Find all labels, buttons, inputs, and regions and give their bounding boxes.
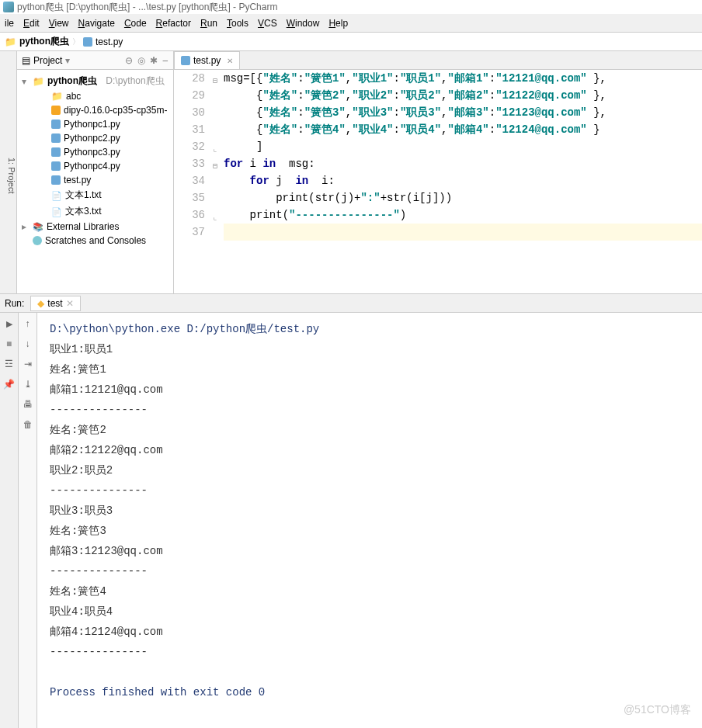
- menu-file[interactable]: ile: [5, 18, 14, 29]
- editor-area: test.py ✕ 28293031323334353637 ⊟⌞⊟⌞ msg=…: [174, 51, 702, 293]
- tree-item-label: abc: [66, 91, 81, 102]
- external-libraries-label: External Libraries: [47, 221, 119, 232]
- fold-icon[interactable]: ⊟: [213, 73, 217, 90]
- breadcrumb-root[interactable]: 📁 python爬虫: [5, 35, 69, 48]
- project-tree[interactable]: ▾ 📁 python爬虫 D:\python爬虫 📁abcdipy-0.16.0…: [17, 70, 173, 293]
- project-header: ▤ Project ▾ ⊖ ◎ ✱ ‒: [17, 51, 173, 70]
- tree-root-path: D:\python爬虫: [106, 75, 164, 88]
- menu-edit[interactable]: Edit: [23, 18, 40, 29]
- breadcrumb-file-label: test.py: [96, 36, 123, 47]
- menu-tools[interactable]: Tools: [227, 18, 248, 29]
- expander-icon[interactable]: ▾: [22, 76, 30, 87]
- close-icon[interactable]: ✕: [66, 298, 74, 309]
- run-console[interactable]: D:\python\python.exe D:/python爬虫/test.py…: [37, 313, 702, 728]
- menu-navigate[interactable]: Navigate: [78, 18, 115, 29]
- run-config-name: test: [47, 298, 62, 309]
- collapse-all-icon[interactable]: ⊖: [125, 55, 133, 66]
- tree-root-name: python爬虫: [47, 75, 97, 88]
- console-line: 邮箱3:12123@qq.com: [50, 541, 694, 561]
- down-icon[interactable]: ↓: [22, 338, 34, 350]
- tree-item[interactable]: Pythonpc1.py: [17, 117, 173, 131]
- close-icon[interactable]: ✕: [227, 57, 233, 65]
- window-titlebar: python爬虫 [D:\python爬虫] - ...\test.py [py…: [0, 0, 702, 14]
- menu-refactor[interactable]: Refactor: [156, 18, 191, 29]
- tree-item[interactable]: 📁abc: [17, 89, 173, 103]
- console-line: 邮箱2:12122@qq.com: [50, 440, 694, 460]
- code-editor[interactable]: 28293031323334353637 ⊟⌞⊟⌞ msg=[{"姓名":"簧笆…: [174, 70, 702, 293]
- folder-icon: 📁: [33, 76, 44, 87]
- left-tool-stripe[interactable]: 1: Project: [0, 51, 17, 293]
- console-line: 职业4:职员4: [50, 601, 694, 622]
- python-file-icon: [51, 175, 61, 185]
- gear-icon[interactable]: ✱: [150, 55, 158, 66]
- stop-icon[interactable]: ■: [3, 338, 16, 350]
- console-line: 职业2:职员2: [50, 460, 694, 480]
- tree-item-label: test.py: [64, 175, 91, 185]
- tree-item[interactable]: Pythonpc2.py: [17, 131, 173, 145]
- python-file-icon: [83, 37, 92, 47]
- tree-item[interactable]: 文本1.txt: [17, 187, 173, 203]
- editor-tab[interactable]: test.py ✕: [174, 51, 240, 69]
- menu-help[interactable]: Help: [328, 18, 348, 29]
- trash-icon[interactable]: 🗑: [22, 418, 34, 431]
- soft-wrap-icon[interactable]: ⇥: [22, 358, 34, 370]
- locate-icon[interactable]: ◎: [137, 55, 145, 66]
- rerun-icon[interactable]: ▶: [3, 317, 16, 330]
- console-line: ---------------: [50, 480, 694, 501]
- tree-item-label: 文本1.txt: [65, 189, 102, 202]
- run-header: Run: ◆ test ✕: [0, 294, 702, 313]
- project-header-label: Project: [33, 55, 62, 66]
- text-file-icon: [51, 190, 62, 201]
- tree-item[interactable]: test.py: [17, 173, 173, 187]
- layout-icon[interactable]: ☲: [3, 358, 16, 370]
- scratch-icon: [33, 236, 42, 245]
- tree-item-label: 文本3.txt: [65, 205, 102, 218]
- scratches[interactable]: Scratches and Consoles: [17, 234, 173, 248]
- exit-status: Process finished with exit code 0: [50, 682, 694, 702]
- fold-gutter[interactable]: ⊟⌞⊟⌞: [213, 70, 224, 293]
- up-icon[interactable]: ↑: [22, 317, 34, 330]
- breadcrumb-root-label: python爬虫: [19, 35, 69, 48]
- console-line: 职业3:职员3: [50, 501, 694, 521]
- run-label: Run:: [5, 298, 24, 309]
- run-config-tab[interactable]: ◆ test ✕: [30, 296, 80, 311]
- editor-tabs: test.py ✕: [174, 51, 702, 70]
- fold-icon[interactable]: ⊟: [213, 158, 217, 175]
- console-line: 姓名:簧笆4: [50, 581, 694, 601]
- menu-window[interactable]: Window: [287, 18, 320, 29]
- hide-icon[interactable]: ‒: [162, 55, 169, 66]
- menu-view[interactable]: View: [49, 18, 69, 29]
- console-line: ---------------: [50, 400, 694, 420]
- project-view-icon: ▤: [22, 55, 30, 66]
- tree-item[interactable]: Pythonpc4.py: [17, 159, 173, 173]
- tree-item-label: Pythonpc4.py: [64, 161, 120, 172]
- tree-item[interactable]: Pythonpc3.py: [17, 145, 173, 159]
- tree-item-label: dipy-0.16.0-cp35-cp35m-: [64, 105, 167, 116]
- tree-root[interactable]: ▾ 📁 python爬虫 D:\python爬虫: [17, 73, 173, 89]
- run-cmd: D:\python\python.exe D:/python爬虫/test.py: [50, 319, 694, 339]
- tree-item[interactable]: dipy-0.16.0-cp35-cp35m-: [17, 103, 173, 117]
- app-icon: [3, 2, 14, 12]
- pin-icon[interactable]: 📌: [3, 378, 16, 390]
- scroll-icon[interactable]: ⤓: [22, 378, 34, 390]
- run-toolbar-right: ↑ ↓ ⇥ ⤓ 🖶 🗑: [19, 313, 37, 728]
- tree-item[interactable]: 文本3.txt: [17, 203, 173, 220]
- dropdown-icon[interactable]: ▾: [65, 55, 70, 66]
- python-file-icon: [51, 120, 61, 129]
- chevron-right-icon: 〉: [72, 36, 80, 47]
- menu-run[interactable]: Run: [200, 18, 217, 29]
- expander-icon[interactable]: ▸: [22, 221, 30, 232]
- python-file-icon: [181, 56, 190, 65]
- tree-item-label: Pythonpc2.py: [64, 133, 120, 144]
- console-line: ---------------: [50, 642, 694, 662]
- line-number-gutter: 28293031323334353637: [174, 70, 213, 293]
- python-icon: ◆: [37, 298, 44, 309]
- project-tool-window: ▤ Project ▾ ⊖ ◎ ✱ ‒ ▾ 📁 python爬虫 D:\pyth…: [17, 51, 174, 293]
- code-content[interactable]: msg=[{"姓名":"簧笆1","职业1":"职员1","邮箱1":"1212…: [224, 70, 702, 293]
- window-title: python爬虫 [D:\python爬虫] - ...\test.py [py…: [17, 1, 277, 14]
- menu-code[interactable]: Code: [124, 18, 147, 29]
- menu-vcs[interactable]: VCS: [258, 18, 277, 29]
- breadcrumb-file[interactable]: test.py: [83, 36, 123, 47]
- external-libraries[interactable]: ▸ External Libraries: [17, 220, 173, 234]
- print-icon[interactable]: 🖶: [22, 398, 34, 411]
